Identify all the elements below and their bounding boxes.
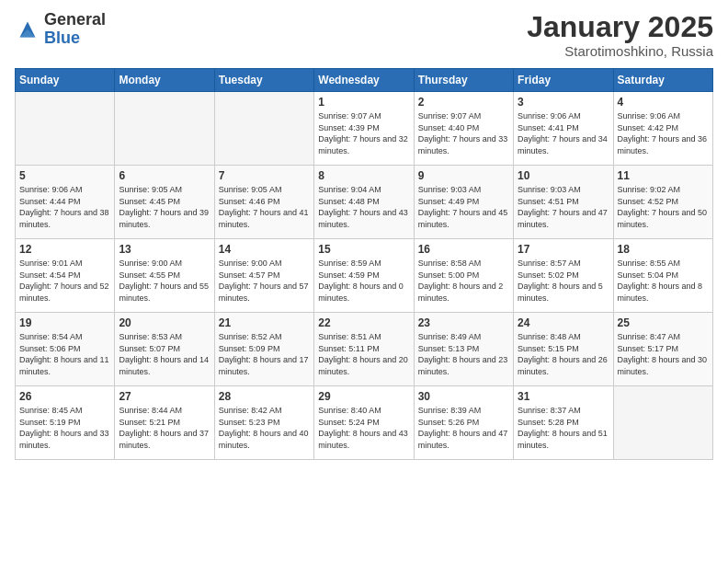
calendar-cell: 9Sunrise: 9:03 AMSunset: 4:49 PMDaylight… <box>414 166 513 239</box>
day-info: Sunrise: 8:47 AMSunset: 5:17 PMDaylight:… <box>618 331 709 377</box>
calendar-cell: 25Sunrise: 8:47 AMSunset: 5:17 PMDayligh… <box>613 313 712 386</box>
day-info: Sunrise: 9:07 AMSunset: 4:39 PMDaylight:… <box>318 110 409 156</box>
day-info: Sunrise: 8:51 AMSunset: 5:11 PMDaylight:… <box>318 331 409 377</box>
day-info: Sunrise: 9:00 AMSunset: 4:57 PMDaylight:… <box>219 258 310 304</box>
day-number: 9 <box>418 169 509 182</box>
day-info: Sunrise: 9:02 AMSunset: 4:52 PMDaylight:… <box>618 184 709 230</box>
calendar-subtitle: Starotimoshkino, Russia <box>527 43 713 59</box>
calendar-cell: 16Sunrise: 8:58 AMSunset: 5:00 PMDayligh… <box>414 239 513 313</box>
day-number: 30 <box>418 390 509 403</box>
day-number: 28 <box>219 390 310 403</box>
day-info: Sunrise: 9:06 AMSunset: 4:41 PMDaylight:… <box>518 110 609 156</box>
week-row-3: 12Sunrise: 9:01 AMSunset: 4:54 PMDayligh… <box>16 239 713 313</box>
calendar-cell: 15Sunrise: 8:59 AMSunset: 4:59 PMDayligh… <box>314 239 414 313</box>
calendar-cell: 1Sunrise: 9:07 AMSunset: 4:39 PMDaylight… <box>314 92 414 166</box>
day-number: 5 <box>19 169 110 182</box>
day-number: 11 <box>618 169 709 182</box>
calendar-cell: 3Sunrise: 9:06 AMSunset: 4:41 PMDaylight… <box>514 92 613 166</box>
week-row-4: 19Sunrise: 8:54 AMSunset: 5:06 PMDayligh… <box>16 313 713 386</box>
day-number: 16 <box>418 243 509 256</box>
calendar-cell: 20Sunrise: 8:53 AMSunset: 5:07 PMDayligh… <box>115 313 214 386</box>
day-info: Sunrise: 9:07 AMSunset: 4:40 PMDaylight:… <box>418 110 509 156</box>
week-row-1: 1Sunrise: 9:07 AMSunset: 4:39 PMDaylight… <box>16 92 713 166</box>
day-info: Sunrise: 9:03 AMSunset: 4:51 PMDaylight:… <box>518 184 609 230</box>
calendar-cell: 13Sunrise: 9:00 AMSunset: 4:55 PMDayligh… <box>115 239 214 313</box>
day-info: Sunrise: 9:05 AMSunset: 4:46 PMDaylight:… <box>219 184 310 230</box>
day-number: 26 <box>19 390 110 403</box>
calendar-cell: 11Sunrise: 9:02 AMSunset: 4:52 PMDayligh… <box>613 166 712 239</box>
day-number: 2 <box>418 96 509 109</box>
calendar-table: SundayMondayTuesdayWednesdayThursdayFrid… <box>15 68 713 460</box>
calendar-cell: 26Sunrise: 8:45 AMSunset: 5:19 PMDayligh… <box>16 386 115 460</box>
day-info: Sunrise: 8:57 AMSunset: 5:02 PMDaylight:… <box>518 258 609 304</box>
calendar-cell: 17Sunrise: 8:57 AMSunset: 5:02 PMDayligh… <box>514 239 613 313</box>
day-info: Sunrise: 8:37 AMSunset: 5:28 PMDaylight:… <box>518 405 609 451</box>
day-number: 8 <box>318 169 409 182</box>
calendar-cell: 30Sunrise: 8:39 AMSunset: 5:26 PMDayligh… <box>414 386 513 460</box>
day-info: Sunrise: 9:05 AMSunset: 4:45 PMDaylight:… <box>119 184 210 230</box>
day-number: 15 <box>318 243 409 256</box>
logo-general: General <box>44 11 106 29</box>
calendar-cell: 14Sunrise: 9:00 AMSunset: 4:57 PMDayligh… <box>214 239 313 313</box>
day-info: Sunrise: 9:01 AMSunset: 4:54 PMDaylight:… <box>19 258 110 304</box>
day-number: 22 <box>318 316 409 329</box>
day-number: 29 <box>318 390 409 403</box>
day-info: Sunrise: 9:06 AMSunset: 4:42 PMDaylight:… <box>618 110 709 156</box>
day-info: Sunrise: 8:55 AMSunset: 5:04 PMDaylight:… <box>618 258 709 304</box>
weekday-header-friday: Friday <box>514 69 613 92</box>
day-number: 10 <box>518 169 609 182</box>
calendar-cell: 7Sunrise: 9:05 AMSunset: 4:46 PMDaylight… <box>214 166 313 239</box>
day-info: Sunrise: 8:49 AMSunset: 5:13 PMDaylight:… <box>418 331 509 377</box>
day-number: 27 <box>119 390 210 403</box>
day-number: 4 <box>618 96 709 109</box>
day-number: 25 <box>618 316 709 329</box>
day-info: Sunrise: 8:53 AMSunset: 5:07 PMDaylight:… <box>119 331 210 377</box>
day-info: Sunrise: 9:03 AMSunset: 4:49 PMDaylight:… <box>418 184 509 230</box>
week-row-5: 26Sunrise: 8:45 AMSunset: 5:19 PMDayligh… <box>16 386 713 460</box>
weekday-header-saturday: Saturday <box>613 69 712 92</box>
day-info: Sunrise: 8:40 AMSunset: 5:24 PMDaylight:… <box>318 405 409 451</box>
weekday-header-tuesday: Tuesday <box>214 69 313 92</box>
day-number: 21 <box>219 316 310 329</box>
calendar-cell <box>16 92 115 166</box>
calendar-cell: 5Sunrise: 9:06 AMSunset: 4:44 PMDaylight… <box>16 166 115 239</box>
logo-icon <box>15 17 40 42</box>
calendar-cell: 4Sunrise: 9:06 AMSunset: 4:42 PMDaylight… <box>613 92 712 166</box>
day-info: Sunrise: 8:59 AMSunset: 4:59 PMDaylight:… <box>318 258 409 304</box>
weekday-header-wednesday: Wednesday <box>314 69 414 92</box>
day-info: Sunrise: 9:04 AMSunset: 4:48 PMDaylight:… <box>318 184 409 230</box>
day-number: 12 <box>19 243 110 256</box>
calendar-cell: 29Sunrise: 8:40 AMSunset: 5:24 PMDayligh… <box>314 386 414 460</box>
weekday-header-row: SundayMondayTuesdayWednesdayThursdayFrid… <box>16 69 713 92</box>
logo-blue: Blue <box>44 29 106 48</box>
day-number: 1 <box>318 96 409 109</box>
calendar-cell <box>115 92 214 166</box>
day-number: 19 <box>19 316 110 329</box>
day-info: Sunrise: 8:52 AMSunset: 5:09 PMDaylight:… <box>219 331 310 377</box>
calendar-cell: 18Sunrise: 8:55 AMSunset: 5:04 PMDayligh… <box>613 239 712 313</box>
calendar-cell: 19Sunrise: 8:54 AMSunset: 5:06 PMDayligh… <box>16 313 115 386</box>
calendar-cell: 10Sunrise: 9:03 AMSunset: 4:51 PMDayligh… <box>514 166 613 239</box>
calendar-cell: 24Sunrise: 8:48 AMSunset: 5:15 PMDayligh… <box>514 313 613 386</box>
header: General Blue January 2025 Starotimoshkin… <box>15 11 713 59</box>
calendar-cell: 22Sunrise: 8:51 AMSunset: 5:11 PMDayligh… <box>314 313 414 386</box>
day-number: 20 <box>119 316 210 329</box>
day-number: 17 <box>518 243 609 256</box>
page: General Blue January 2025 Starotimoshkin… <box>0 0 728 563</box>
calendar-title: January 2025 <box>527 11 713 43</box>
calendar-cell: 27Sunrise: 8:44 AMSunset: 5:21 PMDayligh… <box>115 386 214 460</box>
day-number: 23 <box>418 316 509 329</box>
calendar-cell <box>613 386 712 460</box>
calendar-cell: 2Sunrise: 9:07 AMSunset: 4:40 PMDaylight… <box>414 92 513 166</box>
title-block: January 2025 Starotimoshkino, Russia <box>527 11 713 59</box>
logo: General Blue <box>15 11 106 48</box>
weekday-header-sunday: Sunday <box>16 69 115 92</box>
calendar-cell: 31Sunrise: 8:37 AMSunset: 5:28 PMDayligh… <box>514 386 613 460</box>
day-number: 13 <box>119 243 210 256</box>
day-info: Sunrise: 9:06 AMSunset: 4:44 PMDaylight:… <box>19 184 110 230</box>
day-info: Sunrise: 8:45 AMSunset: 5:19 PMDaylight:… <box>19 405 110 451</box>
day-number: 24 <box>518 316 609 329</box>
day-info: Sunrise: 9:00 AMSunset: 4:55 PMDaylight:… <box>119 258 210 304</box>
calendar-cell: 21Sunrise: 8:52 AMSunset: 5:09 PMDayligh… <box>214 313 313 386</box>
day-number: 14 <box>219 243 310 256</box>
